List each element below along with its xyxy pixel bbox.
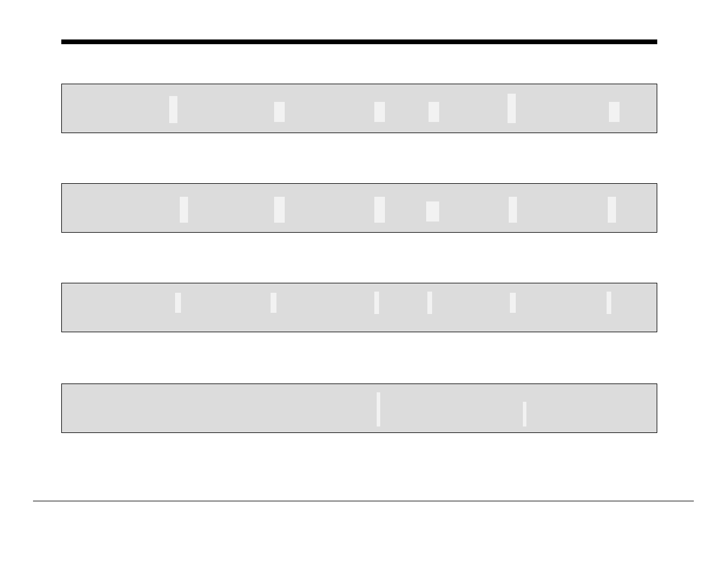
column-ghost: [609, 102, 620, 122]
column-ghost: [175, 293, 181, 313]
column-ghost: [510, 293, 516, 313]
column-ghost: [426, 201, 439, 222]
column-ghost: [509, 197, 517, 223]
column-ghost: [374, 102, 385, 122]
bottom-rule: [33, 501, 694, 501]
column-ghost: [523, 402, 526, 427]
column-ghost: [180, 197, 188, 223]
page: [0, 0, 728, 562]
column-ghost: [274, 102, 285, 122]
column-ghost: [607, 292, 611, 314]
column-ghost: [427, 292, 432, 314]
column-ghost: [374, 197, 385, 223]
table-3: [61, 283, 657, 332]
top-rule: [61, 39, 657, 44]
column-ghost: [169, 96, 177, 123]
table-1: [61, 84, 657, 133]
column-ghost: [271, 293, 276, 313]
column-ghost: [608, 197, 616, 223]
column-ghost: [429, 102, 439, 122]
table-2: [61, 183, 657, 233]
column-ghost: [508, 94, 516, 123]
column-ghost: [274, 197, 285, 223]
column-ghost: [377, 392, 380, 427]
column-ghost: [374, 292, 379, 314]
table-4: [61, 384, 657, 433]
